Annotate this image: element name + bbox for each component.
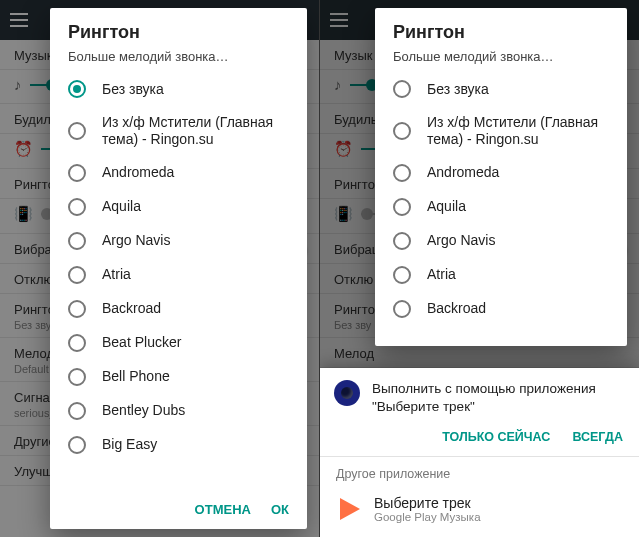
radio-icon xyxy=(68,436,86,454)
radio-icon xyxy=(68,334,86,352)
ringtone-option[interactable]: Backroad xyxy=(50,292,307,326)
dialog-title: Рингтон xyxy=(375,8,627,49)
option-label: Backroad xyxy=(427,300,486,317)
ringtone-option[interactable]: Без звука xyxy=(50,72,307,106)
radio-icon xyxy=(68,198,86,216)
ringtone-dialog: Рингтон Больше мелодий звонка… Без звука… xyxy=(375,8,627,346)
option-label: Atria xyxy=(427,266,456,283)
ringtone-option[interactable]: Argo Navis xyxy=(375,224,627,258)
radio-icon xyxy=(393,198,411,216)
ringtone-options: Без звукаИз х/ф Мстители (Главная тема) … xyxy=(375,70,627,346)
option-label: Без звука xyxy=(102,81,164,98)
chooser-headline: Выполнить с помощью приложения "Выберите… xyxy=(372,380,625,416)
radio-icon xyxy=(393,232,411,250)
app-subtitle: Google Play Музыка xyxy=(374,511,481,523)
option-label: Из х/ф Мстители (Главная тема) - Ringon.… xyxy=(427,114,609,148)
option-label: Aquila xyxy=(102,198,141,215)
ringtone-option[interactable]: Argo Navis xyxy=(50,224,307,258)
radio-icon xyxy=(393,164,411,182)
option-label: Beat Plucker xyxy=(102,334,181,351)
radio-icon xyxy=(68,232,86,250)
app-row-play-music[interactable]: Выберите трек Google Play Музыка xyxy=(320,487,639,533)
ringtone-option[interactable]: Aquila xyxy=(50,190,307,224)
chooser-app-icon xyxy=(334,380,360,406)
ringtone-option[interactable]: Из х/ф Мстители (Главная тема) - Ringon.… xyxy=(375,106,627,156)
radio-icon xyxy=(68,80,86,98)
ringtone-option[interactable]: Backroad xyxy=(375,292,627,326)
radio-icon xyxy=(68,266,86,284)
option-label: Big Easy xyxy=(102,436,157,453)
app-chooser-sheet: Выполнить с помощью приложения "Выберите… xyxy=(320,368,639,537)
option-label: Backroad xyxy=(102,300,161,317)
radio-icon xyxy=(68,402,86,420)
ringtone-option[interactable]: Из х/ф Мстители (Главная тема) - Ringon.… xyxy=(50,106,307,156)
option-label: Aquila xyxy=(427,198,466,215)
option-label: Bell Phone xyxy=(102,368,170,385)
dialog-more[interactable]: Больше мелодий звонка… xyxy=(375,49,627,70)
radio-icon xyxy=(393,80,411,98)
ringtone-option[interactable]: Andromeda xyxy=(50,156,307,190)
ringtone-option[interactable]: Atria xyxy=(375,258,627,292)
option-label: Andromeda xyxy=(427,164,499,181)
dialog-title: Рингтон xyxy=(50,8,307,49)
ok-button[interactable]: ОК xyxy=(271,502,289,517)
cancel-button[interactable]: ОТМЕНА xyxy=(195,502,251,517)
option-label: Argo Navis xyxy=(102,232,170,249)
option-label: Andromeda xyxy=(102,164,174,181)
radio-icon xyxy=(393,122,411,140)
option-label: Argo Navis xyxy=(427,232,495,249)
ringtone-option[interactable]: Bell Phone xyxy=(50,360,307,394)
ringtone-option[interactable]: Andromeda xyxy=(375,156,627,190)
ringtone-option[interactable]: Big Easy xyxy=(50,428,307,462)
radio-icon xyxy=(393,300,411,318)
radio-icon xyxy=(68,300,86,318)
radio-icon xyxy=(68,164,86,182)
option-label: Из х/ф Мстители (Главная тема) - Ringon.… xyxy=(102,114,289,148)
radio-icon xyxy=(68,368,86,386)
always-button[interactable]: ВСЕГДА xyxy=(572,430,623,444)
radio-icon xyxy=(68,122,86,140)
just-once-button[interactable]: ТОЛЬКО СЕЙЧАС xyxy=(442,430,550,444)
ringtone-dialog: Рингтон Больше мелодий звонка… Без звука… xyxy=(50,8,307,529)
dialog-more[interactable]: Больше мелодий звонка… xyxy=(50,49,307,70)
ringtone-option[interactable]: Beat Plucker xyxy=(50,326,307,360)
other-app-label: Другое приложение xyxy=(320,457,639,487)
option-label: Atria xyxy=(102,266,131,283)
app-name: Выберите трек xyxy=(374,495,481,511)
option-label: Без звука xyxy=(427,81,489,98)
option-label: Bentley Dubs xyxy=(102,402,185,419)
ringtone-option[interactable]: Atria xyxy=(50,258,307,292)
ringtone-option[interactable]: Aquila xyxy=(375,190,627,224)
ringtone-option[interactable]: Без звука xyxy=(375,72,627,106)
radio-icon xyxy=(393,266,411,284)
ringtone-option[interactable]: Bentley Dubs xyxy=(50,394,307,428)
ringtone-options: Без звукаИз х/ф Мстители (Главная тема) … xyxy=(50,70,307,492)
play-music-icon xyxy=(340,498,360,520)
